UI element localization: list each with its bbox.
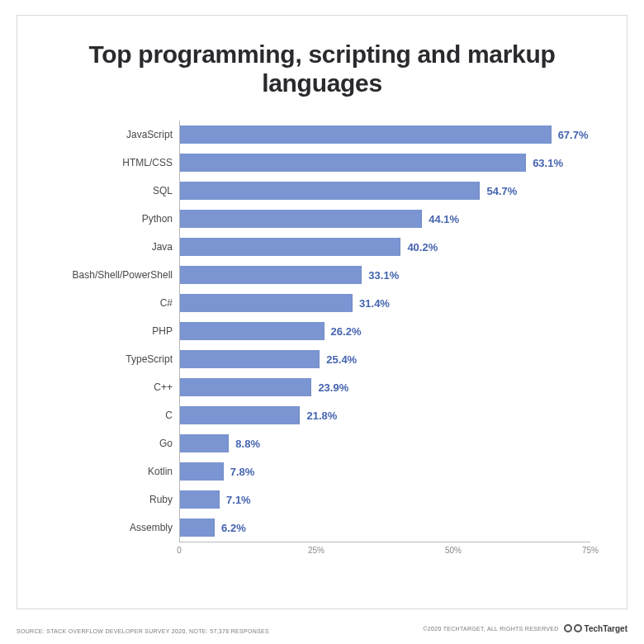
category-label: Ruby [54, 494, 179, 505]
bar [180, 154, 526, 172]
value-label: 25.4% [326, 353, 357, 366]
bar-track: 7.1% [179, 485, 590, 514]
bar-track: 7.8% [179, 457, 590, 485]
bar [180, 462, 224, 481]
copyright-note: ©2020 TECHTARGET, ALL RIGHTS RESERVED [423, 626, 558, 632]
bar-row: Assembly6.2% [54, 514, 590, 542]
value-label: 6.2% [221, 522, 246, 534]
bar-track: 31.4% [179, 289, 590, 317]
brand-block: ©2020 TECHTARGET, ALL RIGHTS RESERVED Te… [423, 623, 627, 634]
value-label: 26.2% [331, 325, 362, 338]
bar-track: 25.4% [179, 345, 590, 373]
category-label: Kotlin [54, 466, 179, 477]
bar [180, 519, 215, 537]
category-label: Python [54, 213, 179, 225]
category-label: C [54, 410, 179, 421]
bar [180, 490, 220, 509]
axis-tick: 75% [582, 546, 599, 555]
value-label: 33.1% [368, 269, 399, 282]
category-label: C# [54, 297, 179, 309]
category-label: TypeScript [54, 353, 179, 365]
value-label: 67.7% [558, 129, 589, 141]
bar-row: Kotlin7.8% [54, 457, 590, 485]
bar-row: JavaScript67.7% [54, 121, 590, 149]
bar [180, 322, 324, 340]
bar-track: 67.7% [179, 121, 590, 149]
axis-ticks: 025%50%75% [179, 542, 590, 560]
bar [180, 125, 552, 144]
category-label: HTML/CSS [54, 157, 179, 168]
bar-row: C#31.4% [54, 289, 590, 317]
bar [180, 238, 400, 256]
category-label: JavaScript [54, 129, 179, 140]
value-label: 8.8% [235, 438, 260, 450]
bar-track: 33.1% [179, 261, 590, 289]
chart-plot-area: JavaScript67.7%HTML/CSS63.1%SQL54.7%Pyth… [54, 121, 590, 579]
bar-row: HTML/CSS63.1% [54, 149, 590, 177]
category-label: SQL [54, 185, 179, 197]
bar-row: TypeScript25.4% [54, 345, 590, 373]
chart-title: Top programming, scripting and markup la… [54, 40, 590, 97]
bar-row: Go8.8% [54, 429, 590, 457]
chart-footer: SOURCE: STACK OVERFLOW DEVELOPER SURVEY … [17, 623, 627, 634]
techtarget-icon [564, 623, 582, 634]
bar [180, 266, 362, 284]
bar [180, 406, 300, 424]
category-label: Assembly [54, 522, 179, 533]
category-label: Java [54, 241, 179, 253]
bar [180, 378, 311, 396]
bar-track: 63.1% [179, 149, 590, 177]
value-label: 23.9% [318, 381, 348, 394]
category-label: PHP [54, 325, 179, 337]
bar-track: 6.2% [179, 514, 590, 542]
axis-tick: 50% [445, 546, 462, 555]
value-label: 54.7% [486, 185, 517, 197]
bar-track: 26.2% [179, 317, 590, 345]
chart-card: Top programming, scripting and markup la… [17, 15, 627, 609]
value-label: 7.1% [226, 494, 251, 506]
bar-row: C++23.9% [54, 373, 590, 401]
brand-logo: TechTarget [564, 623, 627, 634]
bar-track: 23.9% [179, 373, 590, 401]
source-note: SOURCE: STACK OVERFLOW DEVELOPER SURVEY … [17, 628, 269, 634]
bar-track: 40.2% [179, 233, 590, 261]
bar [180, 182, 480, 200]
bar [180, 434, 229, 452]
axis-spacer [54, 542, 179, 560]
category-label: Go [54, 438, 179, 449]
bar-track: 44.1% [179, 205, 590, 233]
chart-container: Top programming, scripting and markup la… [0, 0, 644, 644]
value-label: 21.8% [306, 410, 337, 422]
value-label: 44.1% [429, 213, 459, 225]
bar [180, 294, 353, 312]
bar-row: Bash/Shell/PowerShell33.1% [54, 261, 590, 289]
value-label: 31.4% [359, 297, 390, 310]
category-label: Bash/Shell/PowerShell [54, 269, 179, 281]
bar-track: 21.8% [179, 401, 590, 429]
bar-row: PHP26.2% [54, 317, 590, 345]
bar-row: Python44.1% [54, 205, 590, 233]
x-axis: 025%50%75% [54, 542, 590, 560]
value-label: 40.2% [407, 241, 438, 253]
bar-track: 54.7% [179, 177, 590, 205]
bar-track: 8.8% [179, 429, 590, 457]
bar-row: C21.8% [54, 401, 590, 429]
axis-tick: 0 [177, 546, 182, 555]
brand-name: TechTarget [585, 624, 627, 633]
bar-row: SQL54.7% [54, 177, 590, 205]
value-label: 63.1% [533, 157, 563, 169]
bar [180, 210, 422, 228]
bar-row: Java40.2% [54, 233, 590, 261]
axis-tick: 25% [308, 546, 324, 555]
bar-row: Ruby7.1% [54, 485, 590, 514]
category-label: C++ [54, 381, 179, 393]
bar [180, 350, 320, 368]
value-label: 7.8% [230, 466, 255, 478]
